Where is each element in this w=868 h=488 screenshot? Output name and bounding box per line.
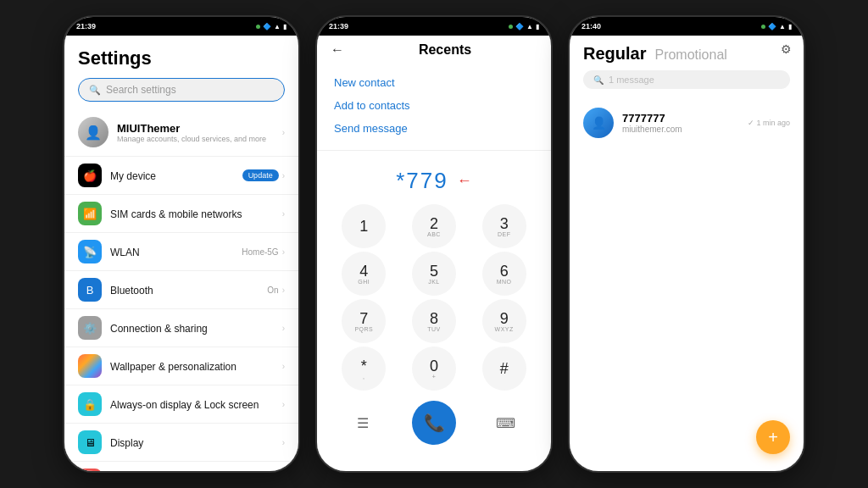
- bluetooth-label: Bluetooth: [110, 285, 153, 297]
- chevron-right-icon: ›: [282, 128, 285, 137]
- settings-item-sound[interactable]: 🔊 Sound & vibration ›: [64, 462, 298, 471]
- chevron-right-icon: ›: [282, 400, 285, 409]
- key-7[interactable]: 7PQRS: [342, 299, 386, 343]
- status-bar-dialer: 21:39 🔷 ▲ ▮: [317, 17, 551, 36]
- gear-icon[interactable]: ⚙: [781, 42, 792, 56]
- alwayson-label: Always-on display & Lock screen: [110, 399, 259, 411]
- key-8-letters: TUV: [427, 326, 441, 332]
- messages-content: Regular Promotional 🔍 1 message 👤 777777…: [570, 36, 804, 471]
- key-9[interactable]: 9WXYZ: [482, 299, 526, 343]
- avatar-icon: 👤: [592, 116, 606, 130]
- phone-settings: 21:39 🔷 ▲ ▮ Settings 🔍 Search settings 👤: [63, 15, 300, 473]
- wlan-content: WLAN: [110, 244, 233, 259]
- tab-promotional[interactable]: Promotional: [654, 47, 726, 63]
- key-7-letters: PQRS: [354, 326, 373, 332]
- key-9-letters: WXYZ: [495, 326, 514, 332]
- user-sub: Manage accounts, cloud services, and mor…: [117, 135, 274, 143]
- status-bar-messages: 21:40 🔷 ▲ ▮: [570, 17, 804, 36]
- status-icons-3: 🔷 ▲ ▮: [761, 23, 792, 30]
- settings-item-wlan[interactable]: 📡 WLAN Home-5G ›: [64, 233, 298, 271]
- settings-item-sim[interactable]: 📶 SIM cards & mobile networks ›: [64, 195, 298, 233]
- my-device-label: My device: [110, 170, 156, 182]
- key-8[interactable]: 8TUV: [412, 299, 456, 343]
- keypad-icon-btn[interactable]: ⌨: [490, 408, 520, 438]
- user-profile-item[interactable]: 👤 MIUIThemer Manage accounts, cloud serv…: [64, 108, 298, 157]
- connection-icon: ⚙️: [78, 316, 102, 340]
- key-hash[interactable]: #: [482, 347, 526, 391]
- key-star-letters: ,: [363, 374, 364, 380]
- backspace-icon[interactable]: ←: [457, 172, 472, 190]
- sim-label: SIM cards & mobile networks: [110, 208, 242, 220]
- key-2-num: 2: [430, 216, 438, 231]
- time-text: 1 min ago: [756, 119, 790, 127]
- user-info: MIUIThemer Manage accounts, cloud servic…: [117, 122, 274, 143]
- key-0[interactable]: 0+: [412, 347, 456, 391]
- settings-item-my-device[interactable]: 🍎 My device Update ›: [64, 157, 298, 195]
- dialer-content: ← Recents New contact Add to contacts Se…: [317, 36, 551, 471]
- key-3[interactable]: 3DEF: [482, 204, 526, 248]
- add-contacts-option[interactable]: Add to contacts: [334, 94, 534, 117]
- key-2[interactable]: 2ABC: [412, 204, 456, 248]
- tab-regular[interactable]: Regular: [583, 44, 646, 64]
- dialer-header: ← Recents: [317, 36, 551, 64]
- key-6-num: 6: [500, 263, 509, 279]
- status-time-2: 21:39: [329, 22, 348, 30]
- key-5[interactable]: 5JKL: [412, 252, 456, 296]
- sound-icon: 🔊: [78, 469, 102, 471]
- dialer-keypad: 1 2ABC 3DEF 4GHI 5JKL 6MNO 7PQRS 8TUV 9W…: [317, 201, 551, 394]
- search-bar[interactable]: 🔍 Search settings: [78, 78, 285, 102]
- key-star[interactable]: *,: [342, 347, 386, 391]
- wifi-msg-icon: ▲: [779, 23, 786, 30]
- alwayson-content: Always-on display & Lock screen: [110, 396, 274, 412]
- settings-title: Settings: [78, 47, 285, 69]
- signal-dot-2: [509, 25, 513, 29]
- key-6[interactable]: 6MNO: [482, 252, 526, 296]
- new-contact-option[interactable]: New contact: [334, 71, 534, 94]
- signal-dot-1: [256, 25, 260, 29]
- key-4[interactable]: 4GHI: [342, 252, 386, 296]
- settings-item-bluetooth[interactable]: B Bluetooth On ›: [64, 271, 298, 309]
- wallpaper-content: Wallpaper & personalization: [110, 358, 274, 374]
- bluetooth-icon: B: [78, 278, 102, 302]
- search-placeholder-text: Search settings: [106, 84, 176, 96]
- message-preview: miuithemer.com: [622, 125, 739, 134]
- battery-msg-icon: ▮: [788, 23, 792, 30]
- send-message-option[interactable]: Send message: [334, 117, 534, 140]
- status-time-3: 21:40: [581, 22, 601, 30]
- key-5-num: 5: [430, 263, 438, 279]
- status-icons-2: 🔷 ▲ ▮: [509, 23, 539, 30]
- check-icon: ✓: [748, 119, 754, 127]
- key-1[interactable]: 1: [342, 204, 386, 248]
- battery-dialer-icon: ▮: [536, 23, 539, 30]
- recent-options-list: New contact Add to contacts Send message: [317, 64, 551, 147]
- back-arrow-icon[interactable]: ←: [331, 42, 344, 58]
- wifi-status-icon: ▲: [274, 23, 281, 30]
- messages-search-icon: 🔍: [593, 75, 604, 85]
- chevron-right-icon: ›: [282, 209, 285, 219]
- settings-item-display[interactable]: 🖥 Display ›: [64, 424, 298, 462]
- menu-icon-btn[interactable]: ☰: [348, 408, 378, 438]
- settings-item-always-on[interactable]: 🔒 Always-on display & Lock screen ›: [64, 385, 298, 424]
- bluetooth-status: On: [267, 286, 278, 295]
- key-4-num: 4: [359, 263, 368, 279]
- settings-item-wallpaper[interactable]: Wallpaper & personalization ›: [64, 347, 298, 385]
- bluetooth-msg-icon: 🔷: [768, 23, 776, 30]
- my-device-icon: 🍎: [78, 164, 102, 187]
- chevron-right-icon: ›: [282, 286, 285, 295]
- messages-header: Regular Promotional 🔍 1 message: [570, 36, 804, 94]
- key-9-num: 9: [500, 311, 509, 326]
- messages-search-bar[interactable]: 🔍 1 message: [583, 70, 790, 89]
- sim-icon: 📶: [78, 202, 102, 225]
- wifi-dialer-icon: ▲: [526, 23, 533, 30]
- call-button[interactable]: 📞: [412, 401, 456, 445]
- settings-item-connection[interactable]: ⚙️ Connection & sharing ›: [64, 309, 298, 347]
- settings-content: Settings 🔍 Search settings 👤 MIUIThemer …: [64, 36, 298, 471]
- search-icon: 🔍: [89, 85, 101, 96]
- message-item[interactable]: 👤 7777777 miuithemer.com ✓ 1 min ago: [583, 101, 790, 145]
- chevron-right-icon: ›: [282, 362, 285, 371]
- bluetooth-right: On ›: [267, 286, 285, 295]
- chevron-right-icon: ›: [282, 171, 285, 180]
- bluetooth-status-icon: 🔷: [263, 23, 271, 30]
- fab-compose-button[interactable]: +: [756, 420, 790, 454]
- bluetooth-content: Bluetooth: [110, 282, 259, 297]
